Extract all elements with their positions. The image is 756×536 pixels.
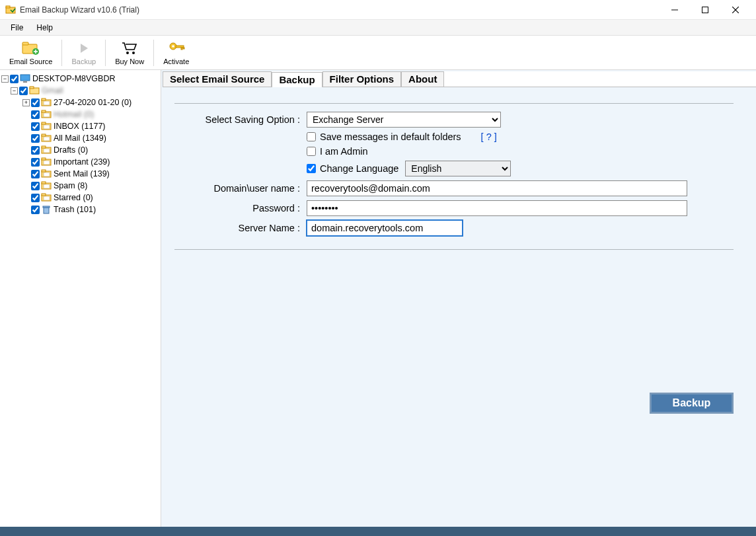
tab-select-email-source[interactable]: Select Email Source — [163, 71, 272, 87]
svg-rect-46 — [44, 184, 50, 188]
svg-rect-25 — [44, 101, 50, 105]
expander-spacer — [22, 206, 30, 213]
checkbox-label: Save messages in default folders — [320, 132, 461, 142]
folder-icon — [41, 122, 52, 131]
cart-icon — [121, 40, 138, 56]
tree-item[interactable]: All Mail (1349) — [1, 132, 159, 144]
expander-spacer — [22, 123, 30, 130]
tree-checkbox[interactable] — [31, 122, 40, 131]
tree-checkbox[interactable] — [19, 87, 28, 95]
svg-rect-36 — [42, 146, 46, 148]
checkbox-label: Change Language — [320, 163, 398, 174]
toolbar-label: Buy Now — [115, 57, 144, 65]
domain-user-label: Domain\user name : — [174, 183, 307, 194]
tree-checkbox[interactable] — [31, 134, 40, 143]
folder-tree[interactable]: − DESKTOP-M8VGBDR − Gmail +27-04-2020 01… — [0, 70, 161, 527]
toolbar-label: Activate — [163, 57, 189, 65]
svg-rect-28 — [44, 113, 50, 117]
backup-form: Select Saving Option : Exchange Server S… — [174, 103, 734, 250]
tree-item-label: All Mail (1349) — [54, 134, 106, 143]
expander-icon[interactable]: − — [11, 87, 18, 95]
titlebar: Email Backup Wizard v10.6 (Trial) — [0, 0, 756, 20]
folder-icon — [41, 134, 52, 143]
tab-backup[interactable]: Backup — [272, 72, 322, 87]
folder-icon — [41, 110, 52, 119]
tree-item-label: Important (239) — [54, 157, 110, 167]
checkbox-label: I am Admin — [320, 146, 368, 157]
expander-icon[interactable]: − — [1, 75, 9, 83]
maximize-button[interactable] — [690, 0, 720, 20]
tree-item[interactable]: Hotmail (0) — [1, 108, 159, 120]
separator — [153, 40, 154, 66]
save-default-folders-checkbox[interactable]: Save messages in default folders — [307, 132, 461, 142]
tree-checkbox[interactable] — [31, 110, 40, 119]
separator — [105, 40, 106, 66]
svg-rect-50 — [44, 208, 49, 213]
saving-option-select[interactable]: Exchange Server — [307, 112, 501, 128]
backup-tab-body: Select Saving Option : Exchange Server S… — [161, 87, 756, 527]
svg-rect-48 — [42, 194, 46, 196]
tree-checkbox[interactable] — [31, 194, 40, 202]
tree-checkbox[interactable] — [31, 98, 40, 107]
tree-item-label: Trash (101) — [54, 205, 96, 214]
app-icon — [5, 5, 16, 15]
tree-item[interactable]: +27-04-2020 01-20 (0) — [1, 96, 159, 108]
toolbar-activate[interactable]: Activate — [158, 39, 194, 67]
svg-rect-31 — [44, 125, 50, 129]
svg-rect-37 — [44, 149, 50, 153]
expander-spacer — [22, 182, 30, 190]
password-input[interactable] — [307, 200, 687, 216]
close-button[interactable] — [720, 0, 751, 20]
svg-rect-19 — [20, 75, 30, 81]
right-panel: Select Email Source Backup Filter Option… — [161, 70, 756, 527]
svg-rect-33 — [42, 134, 46, 136]
svg-marker-11 — [81, 44, 88, 53]
tree-checkbox[interactable] — [31, 146, 40, 155]
tree-item[interactable]: Sent Mail (139) — [1, 168, 159, 180]
change-language-checkbox[interactable]: Change Language — [307, 163, 398, 174]
separator — [61, 40, 62, 66]
language-select[interactable]: English — [405, 161, 511, 176]
tree-root-label: DESKTOP-M8VGBDR — [32, 74, 116, 83]
tree-item[interactable]: INBOX (1177) — [1, 120, 159, 132]
tree-item[interactable]: Spam (8) — [1, 180, 159, 192]
menu-help[interactable]: Help — [30, 22, 59, 34]
computer-icon — [20, 74, 30, 83]
window-title: Email Backup Wizard v10.6 (Trial) — [20, 5, 660, 15]
tree-item[interactable]: Drafts (0) — [1, 144, 159, 156]
expander-icon[interactable]: + — [22, 99, 30, 106]
tree-item[interactable]: Starred (0) — [1, 192, 159, 204]
menu-file[interactable]: File — [4, 22, 30, 34]
svg-rect-27 — [42, 110, 46, 112]
tab-filter-options[interactable]: Filter Options — [322, 71, 402, 87]
folder-icon — [41, 145, 52, 155]
tree-item[interactable]: Trash (101) — [1, 204, 159, 215]
svg-point-13 — [132, 52, 135, 54]
expander-spacer — [22, 147, 30, 154]
tree-item[interactable]: Important (239) — [1, 156, 159, 168]
tab-about[interactable]: About — [401, 71, 444, 87]
i-am-admin-checkbox[interactable]: I am Admin — [307, 146, 368, 157]
server-name-input[interactable] — [307, 220, 463, 236]
main-area: − DESKTOP-M8VGBDR − Gmail +27-04-2020 01… — [0, 70, 756, 527]
toolbar-buy-now[interactable]: Buy Now — [110, 39, 149, 67]
tree-checkbox[interactable] — [10, 75, 19, 83]
expander-spacer — [22, 135, 30, 142]
play-icon — [77, 40, 91, 56]
tree-checkbox[interactable] — [31, 170, 40, 178]
toolbar-backup[interactable]: Backup — [66, 39, 101, 67]
tree-checkbox[interactable] — [31, 158, 40, 167]
tree-checkbox[interactable] — [31, 206, 40, 214]
folder-plus-icon — [22, 40, 40, 56]
toolbar-email-source[interactable]: Email Source — [4, 39, 57, 67]
svg-rect-49 — [44, 196, 50, 200]
svg-rect-40 — [44, 161, 50, 165]
expander-spacer — [22, 111, 30, 118]
menubar: File Help — [0, 20, 756, 36]
domain-user-input[interactable] — [307, 180, 687, 196]
toolbar-label: Email Source — [9, 57, 52, 65]
backup-button[interactable]: Backup — [650, 393, 734, 414]
help-link[interactable]: [ ? ] — [481, 132, 497, 142]
minimize-button[interactable] — [660, 0, 690, 20]
tree-checkbox[interactable] — [31, 182, 40, 190]
